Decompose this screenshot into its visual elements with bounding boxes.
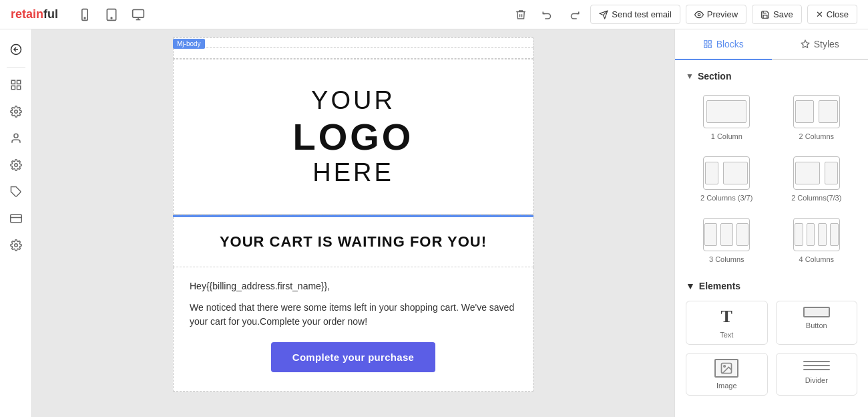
- section-title: ▼ Section: [686, 71, 857, 82]
- svg-point-16: [14, 110, 17, 114]
- button-element-icon: [803, 307, 830, 317]
- topbar-actions: Send test email Preview Save ✕ Close: [510, 4, 857, 25]
- element-divider[interactable]: Divider: [776, 353, 858, 396]
- cart-body-text: We noticed that there were some items le…: [190, 301, 517, 329]
- tab-styles[interactable]: Styles: [772, 29, 869, 59]
- cart-header-text: YOUR CART IS WAITING FOR YOU!: [187, 233, 519, 251]
- svg-rect-15: [11, 86, 15, 90]
- svg-point-3: [111, 17, 112, 19]
- layout-2col-icon: [793, 95, 840, 128]
- sidebar-card-icon[interactable]: [4, 206, 28, 231]
- sidebar-grid-icon[interactable]: [4, 73, 28, 97]
- top-spacer-1[interactable]: [173, 37, 533, 48]
- layout-2col37[interactable]: 2 Columns (3/7): [686, 152, 768, 206]
- redo-button[interactable]: [564, 4, 585, 25]
- right-panel-tabs: Blocks Styles: [675, 29, 868, 60]
- cart-body-section[interactable]: Hey{{billing_address.first_name}}, We no…: [173, 267, 533, 392]
- layout-2col73[interactable]: 2 Columns(7/3): [776, 152, 858, 206]
- element-image[interactable]: Image: [686, 353, 768, 396]
- device-switcher: [74, 4, 149, 25]
- logo: retainful: [11, 7, 58, 21]
- svg-point-9: [698, 13, 700, 16]
- save-button[interactable]: Save: [752, 5, 802, 24]
- email-canvas-wrapper: Mj-body YOUR LOGO HERE YOUR CART IS WAIT…: [32, 29, 674, 400]
- divider-element-icon: [803, 359, 830, 372]
- desktop-view-button[interactable]: [128, 4, 149, 25]
- svg-rect-26: [708, 45, 711, 47]
- svg-rect-4: [133, 9, 144, 17]
- elements-title: ▼ Elements: [686, 281, 857, 291]
- svg-point-17: [14, 134, 18, 138]
- image-element-icon: [714, 359, 738, 378]
- complete-purchase-button[interactable]: Complete your purchase: [271, 342, 435, 372]
- text-element-icon: T: [721, 307, 732, 327]
- sidebar-back-icon[interactable]: [4, 37, 28, 61]
- cart-header-section[interactable]: YOUR CART IS WAITING FOR YOU!: [173, 217, 533, 267]
- sidebar-separator: [7, 67, 25, 67]
- logo-your-text: YOUR: [187, 86, 519, 115]
- sidebar-settings2-icon[interactable]: [4, 233, 28, 257]
- layout-1col-icon: [703, 95, 750, 128]
- svg-rect-23: [704, 41, 706, 43]
- right-panel: Blocks Styles ▼ Section 1 Colu: [674, 29, 868, 417]
- svg-rect-24: [708, 41, 711, 43]
- layout-2col37-icon: [703, 156, 750, 190]
- sidebar-gear2-icon[interactable]: [4, 153, 28, 177]
- logo-logo-text: LOGO: [187, 115, 519, 158]
- left-sidebar: [0, 29, 32, 417]
- mj-body-label: Mj-body: [173, 39, 205, 49]
- topbar: retainful Send test email Preview: [0, 0, 868, 29]
- layout-4col-icon: [793, 218, 840, 251]
- layout-1col[interactable]: 1 Column: [686, 91, 768, 144]
- logo-here-text: HERE: [187, 158, 519, 187]
- cta-button-wrapper: Complete your purchase: [190, 342, 517, 372]
- mobile-view-button[interactable]: [74, 4, 95, 25]
- top-spacer-2[interactable]: [173, 48, 533, 59]
- sidebar-tag-icon[interactable]: [4, 180, 28, 204]
- svg-rect-12: [11, 80, 15, 84]
- email-canvas[interactable]: Mj-body YOUR LOGO HERE YOUR CART IS WAIT…: [173, 37, 533, 392]
- cart-hey-text: Hey{{billing_address.first_name}},: [190, 281, 517, 291]
- sidebar-settings-icon[interactable]: [4, 100, 28, 124]
- layout-2col[interactable]: 2 Columns: [776, 91, 858, 144]
- svg-rect-20: [10, 215, 21, 223]
- send-test-email-button[interactable]: Send test email: [590, 5, 680, 24]
- sidebar-user-icon[interactable]: [4, 126, 28, 150]
- layout-grid: 1 Column 2 Columns 2 Columns (: [686, 91, 857, 267]
- elements-grid: T Text Button Image: [686, 301, 857, 396]
- layout-2col73-icon: [793, 156, 840, 190]
- logo-section[interactable]: YOUR LOGO HERE: [173, 59, 533, 215]
- svg-rect-13: [17, 80, 20, 84]
- svg-rect-14: [17, 86, 20, 90]
- layout-3col-icon: [703, 218, 750, 251]
- layout-4col[interactable]: 4 Columns: [776, 214, 858, 267]
- tab-blocks[interactable]: Blocks: [675, 29, 772, 60]
- svg-point-22: [14, 244, 17, 247]
- tablet-view-button[interactable]: [101, 4, 122, 25]
- svg-rect-25: [704, 45, 706, 47]
- layout-3col[interactable]: 3 Columns: [686, 214, 768, 267]
- element-button[interactable]: Button: [776, 301, 858, 345]
- svg-point-1: [84, 17, 85, 19]
- undo-button[interactable]: [537, 4, 558, 25]
- svg-point-18: [14, 164, 17, 167]
- section-chevron-icon: ▼: [686, 72, 694, 81]
- close-button[interactable]: ✕ Close: [807, 5, 857, 24]
- main-layout: Mj-body YOUR LOGO HERE YOUR CART IS WAIT…: [0, 29, 868, 417]
- preview-button[interactable]: Preview: [686, 5, 746, 24]
- right-panel-content: ▼ Section 1 Column 2 C: [675, 60, 868, 417]
- svg-point-28: [724, 366, 726, 368]
- element-text[interactable]: T Text: [686, 301, 768, 345]
- elements-chevron-icon: ▼: [686, 281, 695, 291]
- canvas-area[interactable]: Mj-body YOUR LOGO HERE YOUR CART IS WAIT…: [32, 29, 674, 417]
- delete-button[interactable]: [510, 4, 531, 25]
